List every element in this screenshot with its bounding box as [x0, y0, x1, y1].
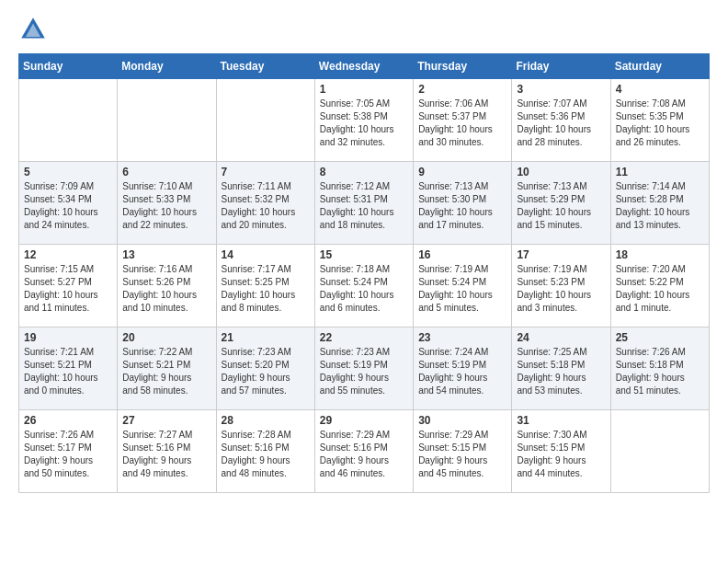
- day-number: 10: [517, 166, 605, 178]
- day-info: Sunrise: 7:10 AM Sunset: 5:33 PM Dayligh…: [122, 180, 210, 232]
- calendar-cell: 17Sunrise: 7:19 AM Sunset: 5:23 PM Dayli…: [512, 245, 610, 327]
- calendar-cell: [610, 410, 709, 493]
- calendar-cell: 4Sunrise: 7:08 AM Sunset: 5:35 PM Daylig…: [610, 79, 709, 162]
- day-info: Sunrise: 7:21 AM Sunset: 5:21 PM Dayligh…: [24, 346, 112, 397]
- calendar-cell: 18Sunrise: 7:20 AM Sunset: 5:22 PM Dayli…: [610, 245, 709, 327]
- day-info: Sunrise: 7:11 AM Sunset: 5:32 PM Dayligh…: [222, 180, 310, 232]
- day-info: Sunrise: 7:26 AM Sunset: 5:17 PM Dayligh…: [24, 429, 112, 480]
- page: SundayMondayTuesdayWednesdayThursdayFrid…: [0, 0, 728, 511]
- day-info: Sunrise: 7:27 AM Sunset: 5:16 PM Dayligh…: [122, 429, 210, 480]
- calendar-cell: [19, 79, 118, 162]
- week-row-1: 1Sunrise: 7:05 AM Sunset: 5:38 PM Daylig…: [19, 79, 710, 162]
- day-info: Sunrise: 7:30 AM Sunset: 5:15 PM Dayligh…: [517, 429, 605, 480]
- day-number: 4: [616, 83, 704, 96]
- day-info: Sunrise: 7:13 AM Sunset: 5:30 PM Dayligh…: [418, 180, 506, 232]
- day-info: Sunrise: 7:15 AM Sunset: 5:27 PM Dayligh…: [24, 263, 112, 315]
- calendar-cell: 2Sunrise: 7:06 AM Sunset: 5:37 PM Daylig…: [414, 79, 512, 162]
- calendar-cell: 24Sunrise: 7:25 AM Sunset: 5:18 PM Dayli…: [512, 327, 610, 410]
- week-row-5: 26Sunrise: 7:26 AM Sunset: 5:17 PM Dayli…: [19, 410, 710, 493]
- day-info: Sunrise: 7:08 AM Sunset: 5:35 PM Dayligh…: [616, 98, 704, 149]
- week-row-4: 19Sunrise: 7:21 AM Sunset: 5:21 PM Dayli…: [19, 327, 710, 410]
- calendar-cell: 5Sunrise: 7:09 AM Sunset: 5:34 PM Daylig…: [19, 162, 118, 245]
- day-info: Sunrise: 7:07 AM Sunset: 5:36 PM Dayligh…: [517, 98, 605, 149]
- calendar-cell: 26Sunrise: 7:26 AM Sunset: 5:17 PM Dayli…: [19, 410, 118, 493]
- day-number: 15: [320, 248, 408, 261]
- calendar-cell: 10Sunrise: 7:13 AM Sunset: 5:29 PM Dayli…: [512, 162, 610, 245]
- day-number: 11: [616, 166, 704, 178]
- day-number: 1: [320, 83, 408, 96]
- day-info: Sunrise: 7:29 AM Sunset: 5:16 PM Dayligh…: [320, 429, 408, 480]
- calendar-cell: 27Sunrise: 7:27 AM Sunset: 5:16 PM Dayli…: [118, 410, 216, 493]
- weekday-header-saturday: Saturday: [610, 54, 709, 79]
- day-info: Sunrise: 7:16 AM Sunset: 5:26 PM Dayligh…: [122, 263, 210, 315]
- calendar-cell: [118, 79, 216, 162]
- day-info: Sunrise: 7:25 AM Sunset: 5:18 PM Dayligh…: [517, 346, 605, 397]
- calendar-cell: 11Sunrise: 7:14 AM Sunset: 5:28 PM Dayli…: [610, 162, 709, 245]
- calendar-cell: 7Sunrise: 7:11 AM Sunset: 5:32 PM Daylig…: [216, 162, 314, 245]
- calendar-cell: [216, 79, 314, 162]
- calendar-cell: 28Sunrise: 7:28 AM Sunset: 5:16 PM Dayli…: [216, 410, 314, 493]
- calendar-cell: 15Sunrise: 7:18 AM Sunset: 5:24 PM Dayli…: [314, 245, 413, 327]
- logo: [18, 15, 51, 44]
- day-number: 2: [418, 83, 506, 96]
- day-number: 28: [222, 414, 310, 427]
- day-info: Sunrise: 7:14 AM Sunset: 5:28 PM Dayligh…: [616, 180, 704, 232]
- calendar-cell: 1Sunrise: 7:05 AM Sunset: 5:38 PM Daylig…: [314, 79, 413, 162]
- calendar-cell: 6Sunrise: 7:10 AM Sunset: 5:33 PM Daylig…: [118, 162, 216, 245]
- day-info: Sunrise: 7:06 AM Sunset: 5:37 PM Dayligh…: [418, 98, 506, 149]
- day-number: 21: [222, 331, 310, 344]
- weekday-header-sunday: Sunday: [19, 54, 118, 79]
- day-info: Sunrise: 7:09 AM Sunset: 5:34 PM Dayligh…: [24, 180, 112, 232]
- day-number: 23: [418, 331, 506, 344]
- day-number: 16: [418, 248, 506, 261]
- week-row-2: 5Sunrise: 7:09 AM Sunset: 5:34 PM Daylig…: [19, 162, 710, 245]
- day-number: 26: [24, 414, 112, 427]
- day-number: 3: [517, 83, 605, 96]
- day-number: 12: [24, 248, 112, 261]
- day-number: 18: [616, 248, 704, 261]
- header: [18, 15, 710, 44]
- weekday-header-friday: Friday: [512, 54, 610, 79]
- day-info: Sunrise: 7:19 AM Sunset: 5:23 PM Dayligh…: [517, 263, 605, 315]
- calendar-cell: 20Sunrise: 7:22 AM Sunset: 5:21 PM Dayli…: [118, 327, 216, 410]
- day-number: 24: [517, 331, 605, 344]
- calendar-cell: 14Sunrise: 7:17 AM Sunset: 5:25 PM Dayli…: [216, 245, 314, 327]
- calendar-cell: 29Sunrise: 7:29 AM Sunset: 5:16 PM Dayli…: [314, 410, 413, 493]
- calendar-table: SundayMondayTuesdayWednesdayThursdayFrid…: [18, 53, 710, 493]
- day-info: Sunrise: 7:23 AM Sunset: 5:20 PM Dayligh…: [222, 346, 310, 397]
- day-info: Sunrise: 7:13 AM Sunset: 5:29 PM Dayligh…: [517, 180, 605, 232]
- day-info: Sunrise: 7:20 AM Sunset: 5:22 PM Dayligh…: [616, 263, 704, 315]
- calendar-cell: 12Sunrise: 7:15 AM Sunset: 5:27 PM Dayli…: [19, 245, 118, 327]
- day-number: 5: [24, 166, 112, 178]
- calendar-cell: 21Sunrise: 7:23 AM Sunset: 5:20 PM Dayli…: [216, 327, 314, 410]
- day-info: Sunrise: 7:22 AM Sunset: 5:21 PM Dayligh…: [122, 346, 210, 397]
- day-info: Sunrise: 7:05 AM Sunset: 5:38 PM Dayligh…: [320, 98, 408, 149]
- day-number: 13: [122, 248, 210, 261]
- calendar-cell: 8Sunrise: 7:12 AM Sunset: 5:31 PM Daylig…: [314, 162, 413, 245]
- calendar-cell: 13Sunrise: 7:16 AM Sunset: 5:26 PM Dayli…: [118, 245, 216, 327]
- day-number: 31: [517, 414, 605, 427]
- day-info: Sunrise: 7:18 AM Sunset: 5:24 PM Dayligh…: [320, 263, 408, 315]
- day-info: Sunrise: 7:17 AM Sunset: 5:25 PM Dayligh…: [222, 263, 310, 315]
- day-number: 8: [320, 166, 408, 178]
- day-info: Sunrise: 7:29 AM Sunset: 5:15 PM Dayligh…: [418, 429, 506, 480]
- weekday-header-tuesday: Tuesday: [216, 54, 314, 79]
- calendar-cell: 3Sunrise: 7:07 AM Sunset: 5:36 PM Daylig…: [512, 79, 610, 162]
- logo-icon: [18, 15, 48, 44]
- weekday-header-monday: Monday: [118, 54, 216, 79]
- day-number: 9: [418, 166, 506, 178]
- day-number: 25: [616, 331, 704, 344]
- day-info: Sunrise: 7:28 AM Sunset: 5:16 PM Dayligh…: [222, 429, 310, 480]
- day-info: Sunrise: 7:24 AM Sunset: 5:19 PM Dayligh…: [418, 346, 506, 397]
- calendar-cell: 22Sunrise: 7:23 AM Sunset: 5:19 PM Dayli…: [314, 327, 413, 410]
- day-number: 22: [320, 331, 408, 344]
- day-number: 6: [122, 166, 210, 178]
- day-number: 17: [517, 248, 605, 261]
- weekday-header-thursday: Thursday: [414, 54, 512, 79]
- day-number: 19: [24, 331, 112, 344]
- day-number: 29: [320, 414, 408, 427]
- calendar-cell: 23Sunrise: 7:24 AM Sunset: 5:19 PM Dayli…: [414, 327, 512, 410]
- day-number: 30: [418, 414, 506, 427]
- header-row: SundayMondayTuesdayWednesdayThursdayFrid…: [19, 54, 710, 79]
- day-info: Sunrise: 7:26 AM Sunset: 5:18 PM Dayligh…: [616, 346, 704, 397]
